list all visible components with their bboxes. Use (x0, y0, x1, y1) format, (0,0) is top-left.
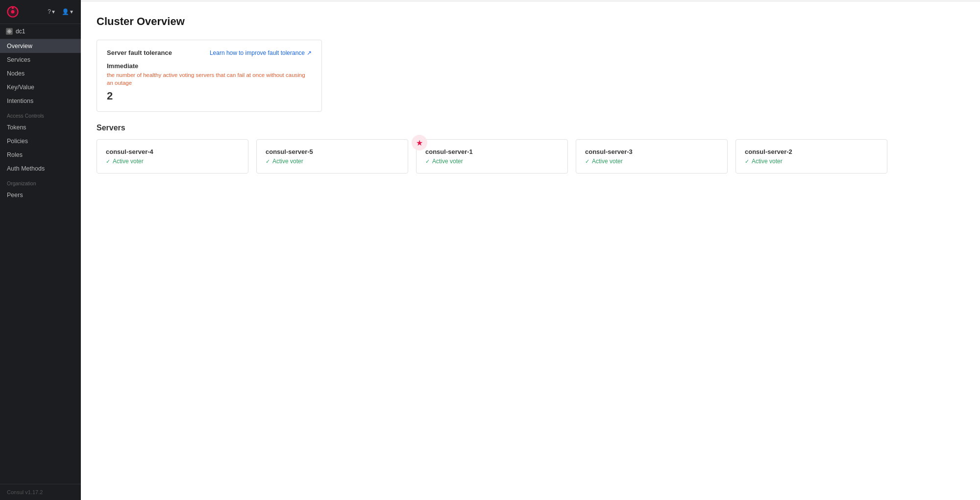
nav-access: Tokens Policies Roles Auth Methods (0, 121, 81, 175)
status-text: Active voter (272, 158, 303, 165)
server-name: consul-server-2 (745, 148, 878, 155)
page-title: Cluster Overview (97, 15, 964, 28)
fault-card-title: Server fault tolerance (107, 49, 172, 56)
server-status: ✓Active voter (585, 158, 718, 165)
check-icon: ✓ (745, 158, 749, 165)
main-content: Cluster Overview Server fault tolerance … (81, 0, 980, 500)
fault-tolerance-link-text: Learn how to improve fault tolerance (210, 50, 305, 56)
sidebar-footer: Consul v1.17.2 (0, 484, 81, 500)
sidebar-item-auth-methods[interactable]: Auth Methods (0, 162, 81, 175)
server-status: ✓Active voter (266, 158, 399, 165)
version-label: Consul v1.17.2 (7, 489, 43, 495)
fault-tolerance-link[interactable]: Learn how to improve fault tolerance ↗ (210, 50, 312, 56)
servers-grid: consul-server-4✓Active voterconsul-serve… (97, 139, 964, 174)
external-link-icon: ↗ (307, 50, 312, 56)
status-text: Active voter (432, 158, 463, 165)
dc-selector[interactable]: dc1 (0, 24, 81, 39)
leader-badge-icon: ★ (412, 135, 427, 150)
server-status: ✓Active voter (425, 158, 559, 165)
svg-point-1 (11, 10, 15, 14)
star-icon: ★ (416, 138, 423, 148)
server-name: consul-server-5 (266, 148, 399, 155)
help-chevron: ▾ (52, 8, 55, 15)
sidebar-item-keyvalue[interactable]: Key/Value (0, 80, 81, 94)
dc-label: dc1 (16, 28, 25, 35)
user-menu-button[interactable]: 👤 ▾ (60, 7, 75, 16)
consul-logo-icon (6, 5, 20, 19)
header-icons: ? ▾ 👤 ▾ (46, 7, 75, 16)
sidebar: ? ▾ 👤 ▾ dc1 Overview Services Nodes Key/… (0, 0, 81, 500)
user-icon: 👤 (62, 8, 69, 15)
server-name: consul-server-3 (585, 148, 718, 155)
sidebar-item-nodes[interactable]: Nodes (0, 67, 81, 80)
status-text: Active voter (113, 158, 144, 165)
check-icon: ✓ (266, 158, 270, 165)
fault-description: the number of healthy active voting serv… (107, 71, 312, 87)
sidebar-item-services[interactable]: Services (0, 53, 81, 67)
sidebar-item-overview[interactable]: Overview (0, 39, 81, 53)
help-icon: ? (48, 8, 51, 15)
svg-point-2 (12, 7, 14, 9)
content-area: Cluster Overview Server fault tolerance … (81, 1, 980, 187)
servers-section-title: Servers (97, 124, 964, 132)
server-card-consul-server-4: consul-server-4✓Active voter (97, 139, 248, 174)
user-chevron: ▾ (70, 8, 73, 15)
check-icon: ✓ (585, 158, 589, 165)
server-card-consul-server-3: consul-server-3✓Active voter (576, 139, 728, 174)
server-status: ✓Active voter (106, 158, 239, 165)
sidebar-item-peers[interactable]: Peers (0, 188, 81, 202)
server-name: consul-server-4 (106, 148, 239, 155)
server-card-consul-server-2: consul-server-2✓Active voter (735, 139, 887, 174)
status-text: Active voter (592, 158, 623, 165)
sidebar-header: ? ▾ 👤 ▾ (0, 0, 81, 24)
dc-icon (6, 28, 13, 35)
sidebar-item-policies[interactable]: Policies (0, 134, 81, 148)
sidebar-item-intentions[interactable]: Intentions (0, 94, 81, 108)
help-button[interactable]: ? ▾ (46, 7, 57, 16)
access-controls-label: Access Controls (0, 108, 81, 121)
servers-section: Servers consul-server-4✓Active votercons… (97, 124, 964, 174)
fault-number: 2 (107, 90, 312, 102)
check-icon: ✓ (106, 158, 110, 165)
server-card-consul-server-5: consul-server-5✓Active voter (256, 139, 408, 174)
fault-immediate-label: Immediate (107, 62, 312, 70)
fault-card-header: Server fault tolerance Learn how to impr… (107, 49, 312, 56)
snowflake-icon (6, 28, 12, 34)
fault-tolerance-card: Server fault tolerance Learn how to impr… (97, 40, 322, 112)
status-text: Active voter (752, 158, 783, 165)
server-status: ✓Active voter (745, 158, 878, 165)
sidebar-item-tokens[interactable]: Tokens (0, 121, 81, 134)
nav-main: Overview Services Nodes Key/Value Intent… (0, 39, 81, 108)
nav-org: Peers (0, 188, 81, 202)
sidebar-item-roles[interactable]: Roles (0, 148, 81, 162)
check-icon: ✓ (425, 158, 430, 165)
logo-wrapper (6, 5, 20, 19)
server-name: consul-server-1 (425, 148, 559, 155)
server-card-consul-server-1: ★consul-server-1✓Active voter (416, 139, 568, 174)
organization-label: Organization (0, 175, 81, 188)
